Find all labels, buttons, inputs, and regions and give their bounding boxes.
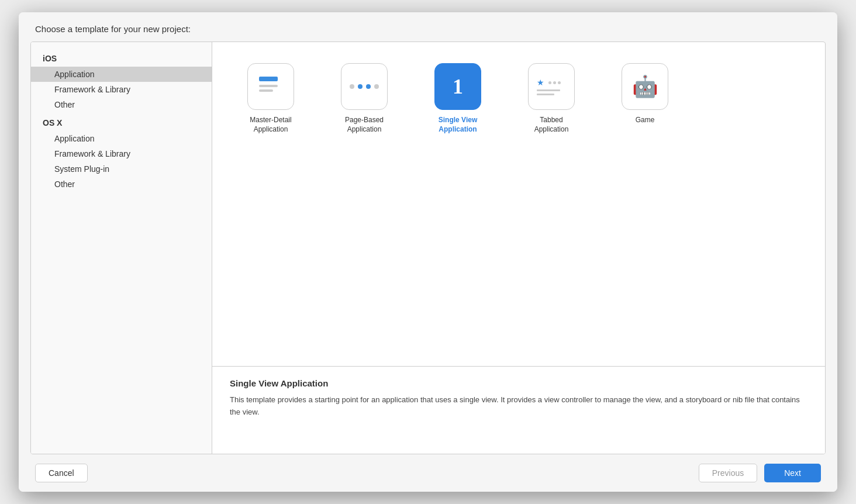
- sidebar-section-ios: iOS: [31, 48, 212, 67]
- footer-right: Previous Next: [699, 464, 821, 482]
- description-text: This template provides a starting point …: [230, 394, 807, 419]
- dialog-title: Choose a template for your new project:: [35, 24, 191, 34]
- page-based-icon: [350, 84, 379, 89]
- template-label-page-based: Page-BasedApplication: [345, 116, 384, 134]
- template-page-based[interactable]: Page-BasedApplication: [323, 60, 405, 137]
- sidebar-item-ios-application[interactable]: Application: [31, 67, 212, 82]
- template-icon-master-detail: [247, 63, 294, 110]
- template-icon-game: 🤖: [622, 63, 668, 110]
- next-button[interactable]: Next: [764, 464, 821, 482]
- template-master-detail[interactable]: Master-DetailApplication: [230, 60, 312, 137]
- sidebar-item-osx-system-plugin[interactable]: System Plug-in: [31, 161, 212, 177]
- template-label-single-view: Single ViewApplication: [439, 116, 477, 134]
- template-single-view[interactable]: 1 Single ViewApplication: [417, 60, 499, 137]
- template-tabbed[interactable]: ★ TabbedApplication: [510, 60, 592, 137]
- sidebar-item-osx-framework-library[interactable]: Framework & Library: [31, 146, 212, 161]
- dialog-header: Choose a template for your new project:: [19, 12, 837, 42]
- sidebar-item-osx-other[interactable]: Other: [31, 177, 212, 192]
- template-icon-tabbed: ★: [528, 63, 575, 110]
- template-icon-single-view: 1: [434, 63, 481, 110]
- tabbed-icon: ★: [537, 78, 566, 95]
- description-panel: Single View Application This template pr…: [212, 366, 825, 454]
- dialog-body: iOS Application Framework & Library Othe…: [30, 42, 826, 454]
- sidebar: iOS Application Framework & Library Othe…: [31, 42, 212, 454]
- template-game[interactable]: 🤖 Game: [604, 60, 686, 137]
- template-label-game: Game: [636, 116, 655, 125]
- sidebar-item-ios-other[interactable]: Other: [31, 97, 212, 112]
- content-area: Master-DetailApplication Page-BasedAppli…: [212, 42, 825, 454]
- sidebar-item-ios-framework-library[interactable]: Framework & Library: [31, 82, 212, 97]
- game-icon: 🤖: [632, 74, 658, 99]
- description-title: Single View Application: [230, 378, 807, 388]
- templates-grid: Master-DetailApplication Page-BasedAppli…: [212, 42, 825, 366]
- dialog-footer: Cancel Previous Next: [19, 454, 837, 492]
- master-detail-icon: [253, 72, 288, 101]
- new-project-dialog: Choose a template for your new project: …: [19, 12, 837, 492]
- template-icon-page-based: [341, 63, 388, 110]
- sidebar-item-osx-application[interactable]: Application: [31, 131, 212, 146]
- cancel-button[interactable]: Cancel: [35, 464, 88, 482]
- single-view-icon: 1: [453, 74, 463, 99]
- template-label-master-detail: Master-DetailApplication: [250, 116, 291, 134]
- previous-button[interactable]: Previous: [699, 464, 757, 482]
- template-label-tabbed: TabbedApplication: [534, 116, 569, 134]
- sidebar-section-osx: OS X: [31, 112, 212, 131]
